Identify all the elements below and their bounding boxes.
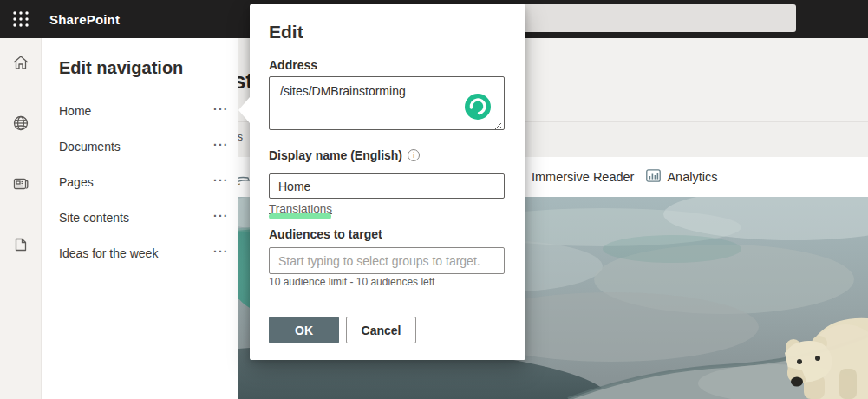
audiences-label: Audiences to target bbox=[269, 227, 382, 241]
home-icon bbox=[11, 53, 30, 72]
more-icon[interactable]: ... bbox=[213, 241, 234, 258]
nav-item-documents[interactable]: Documents ... bbox=[59, 140, 224, 159]
news-icon bbox=[11, 174, 30, 193]
search-input[interactable] bbox=[520, 4, 796, 32]
analytics-icon bbox=[646, 169, 661, 185]
sharepoint-app: Immersive Reader Analytics bbox=[0, 0, 868, 399]
more-icon[interactable]: ... bbox=[213, 99, 234, 116]
sharepoint-wordmark[interactable]: SharePoint bbox=[49, 0, 120, 38]
info-icon[interactable]: i bbox=[408, 149, 420, 161]
document-icon bbox=[11, 235, 30, 254]
nav-item-home[interactable]: Home ... bbox=[59, 104, 224, 123]
rail-home-button[interactable] bbox=[11, 53, 30, 72]
more-icon[interactable]: ... bbox=[213, 134, 234, 152]
loading-spinner-icon bbox=[465, 94, 491, 120]
analytics-label: Analytics bbox=[667, 170, 717, 184]
more-icon[interactable]: ... bbox=[213, 170, 234, 187]
callout-beak bbox=[238, 97, 250, 123]
edit-navigation-title: Edit navigation bbox=[59, 58, 183, 78]
nav-item-pages[interactable]: Pages ... bbox=[59, 175, 224, 194]
app-launcher-waffle-icon[interactable] bbox=[9, 7, 33, 31]
resize-grip-icon[interactable] bbox=[493, 119, 502, 134]
globe-icon bbox=[11, 114, 30, 133]
address-label: Address bbox=[269, 58, 317, 72]
audiences-input[interactable] bbox=[269, 247, 505, 274]
edit-navigation-panel: Edit navigation Home ... Documents ... P… bbox=[42, 38, 238, 399]
cancel-button[interactable]: Cancel bbox=[346, 317, 416, 343]
audience-limit-helper: 10 audience limit - 10 audiences left bbox=[269, 276, 434, 288]
ok-button[interactable]: OK bbox=[269, 317, 339, 343]
rail-globe-button[interactable] bbox=[11, 114, 30, 133]
immersive-reader-label: Immersive Reader bbox=[532, 170, 634, 184]
immersive-reader-button[interactable]: Immersive Reader bbox=[532, 170, 634, 184]
rail-news-button[interactable] bbox=[11, 174, 30, 193]
dialog-title: Edit bbox=[269, 22, 303, 43]
display-name-input[interactable] bbox=[269, 173, 505, 199]
nav-item-ideas-for-the-week[interactable]: Ideas for the week ... bbox=[59, 246, 224, 265]
analytics-button[interactable]: Analytics bbox=[646, 169, 717, 185]
edit-dialog: Edit Address /sites/DMBrainstorming Disp… bbox=[250, 4, 525, 360]
display-name-label: Display name (English) i bbox=[269, 148, 420, 162]
nav-item-site-contents[interactable]: Site contents ... bbox=[59, 211, 224, 230]
annotation-highlight bbox=[269, 213, 331, 219]
more-icon[interactable]: ... bbox=[213, 206, 234, 223]
rail-pages-button[interactable] bbox=[11, 235, 30, 254]
left-app-rail bbox=[0, 38, 42, 399]
